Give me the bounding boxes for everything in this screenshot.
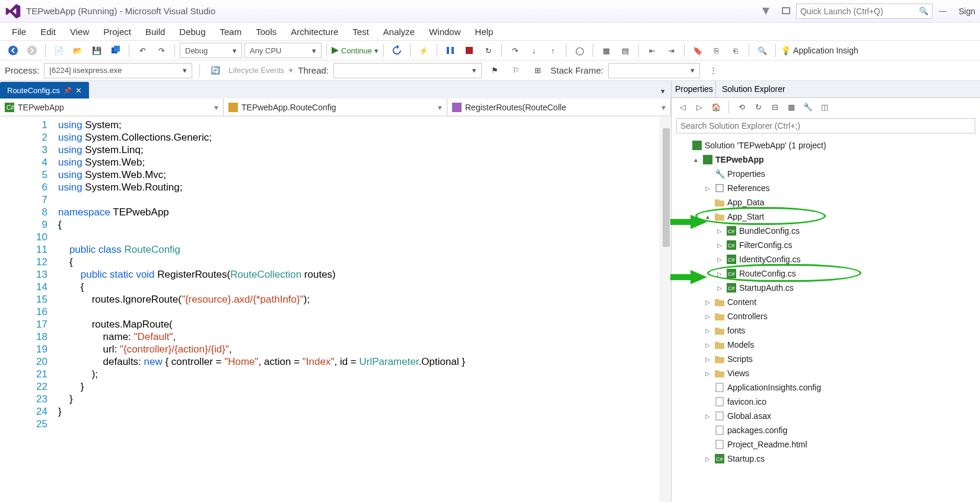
indent-inc-icon[interactable]: ⇥ [663,43,679,58]
step-out-icon[interactable]: ↑ [545,43,561,58]
expander-icon[interactable]: ▷ [704,370,712,377]
expander-icon[interactable]: ▷ [715,242,724,249]
tree-item-models[interactable]: ▷Models [675,338,976,352]
close-tab-icon[interactable]: ✕ [75,86,82,95]
tree-item-identityconfig-cs[interactable]: ▷C#IdentityConfig.cs [675,252,976,266]
cycle-icon[interactable]: 🔄 [207,63,224,78]
redo-icon[interactable]: ↷ [153,43,170,58]
tree-item-favicon-ico[interactable]: favicon.ico [675,395,976,409]
open-folder-icon[interactable]: 📂 [69,43,86,58]
menu-build[interactable]: Build [138,24,172,39]
expander-icon[interactable]: ▷ [704,356,712,363]
solution-tree[interactable]: Solution 'TEPwebApp' (1 project)▲TEPwebA… [672,136,980,502]
minimize-icon[interactable]: — [935,4,950,19]
menu-team[interactable]: Team [213,24,249,39]
tree-item-app-data[interactable]: App_Data [675,195,976,209]
sign-in-link[interactable]: Sign [959,7,975,16]
tree-item-startup-cs[interactable]: ▷C#Startup.cs [675,452,976,466]
tree-item-controllers[interactable]: ▷Controllers [675,309,976,323]
pin-icon[interactable]: 📌 [63,87,72,94]
collapse-icon[interactable]: ⊟ [768,100,781,113]
menu-debug[interactable]: Debug [172,24,212,39]
tree-item-views[interactable]: ▷Views [675,366,976,380]
notifications-icon[interactable] [758,4,774,19]
solution-search-input[interactable] [680,121,971,131]
layout1-icon[interactable]: ▦ [598,43,615,58]
tree-item-routeconfig-cs[interactable]: ▷C#RouteConfig.cs [675,266,976,281]
expander-icon[interactable]: ▲ [704,214,712,220]
menu-tools[interactable]: Tools [249,24,284,39]
continue-button[interactable]: Continue ▾ [332,46,378,55]
properties-icon[interactable]: 🔧 [801,100,814,113]
expander-icon[interactable]: ▷ [704,299,712,306]
tab-solution-explorer[interactable]: Solution Explorer [716,81,980,97]
tree-item-startupauth-cs[interactable]: ▷C#StartupAuth.cs [675,281,976,295]
quick-launch-input[interactable] [800,7,915,16]
expander-icon[interactable]: ▷ [704,185,712,192]
quick-launch[interactable]: 🔍 [796,4,933,19]
scrollbar[interactable] [659,116,671,502]
sync-icon[interactable]: ⟲ [735,100,748,113]
method-crumb[interactable]: RegisterRoutes(RouteColle▾ [447,99,671,116]
tree-item-project-readme-html[interactable]: Project_Readme.html [675,437,976,452]
tree-item-global-asax[interactable]: ▷Global.asax [675,409,976,423]
restart2-icon[interactable]: ↻ [480,43,497,58]
project-node[interactable]: ▲TEPwebApp [675,152,976,167]
menu-file[interactable]: File [5,24,33,39]
uncomment-icon[interactable]: ⎗ [727,43,744,58]
restart-icon[interactable] [389,43,405,58]
filter1-icon[interactable]: ⚑ [486,63,503,78]
expander-icon[interactable]: ▷ [704,456,712,462]
filter3-icon[interactable]: ⊞ [529,63,546,78]
class-crumb[interactable]: TEPwebApp.RouteConfig▾ [224,99,447,116]
menu-view[interactable]: View [63,24,96,39]
nav-fwd-button[interactable] [24,43,40,58]
undo-icon[interactable]: ↶ [134,43,151,58]
find-icon[interactable]: 🔍 [754,43,771,58]
menu-architecture[interactable]: Architecture [284,24,345,39]
bookmark-icon[interactable]: 🔖 [689,43,706,58]
tree-item-fonts[interactable]: ▷fonts [675,323,976,338]
tree-item-bundleconfig-cs[interactable]: ▷C#BundleConfig.cs [675,224,976,238]
menu-project[interactable]: Project [96,24,138,39]
step-icon[interactable]: ⚡ [415,43,432,58]
layout2-icon[interactable]: ▤ [617,43,634,58]
menu-help[interactable]: Help [468,24,501,39]
filter2-icon[interactable]: ⚐ [508,63,524,78]
code-area[interactable]: using System;using System.Collections.Ge… [53,116,671,502]
stackframe-dropdown[interactable]: ▾ [608,63,700,78]
menu-analyze[interactable]: Analyze [376,24,422,39]
menu-edit[interactable]: Edit [33,24,63,39]
tree-item-properties[interactable]: 🔧Properties [675,167,976,181]
expander-icon[interactable]: ▷ [715,228,724,234]
expander-icon[interactable]: ▷ [704,413,712,420]
save-icon[interactable]: 💾 [88,43,105,58]
stop-icon[interactable] [461,43,478,58]
tab-properties[interactable]: Properties [672,81,716,97]
tree-item-references[interactable]: ▷References [675,181,976,195]
expander-icon[interactable]: ▷ [704,328,712,334]
back-icon[interactable]: ◁ [676,100,689,113]
tree-item-filterconfig-cs[interactable]: ▷C#FilterConfig.cs [675,238,976,252]
namespace-crumb[interactable]: C# TEPwebApp▾ [0,99,224,116]
home-icon[interactable]: 🏠 [709,100,723,113]
solution-search[interactable] [676,118,975,134]
step-into-icon[interactable]: ↓ [526,43,542,58]
feedback-icon[interactable] [778,4,794,19]
menu-test[interactable]: Test [345,24,376,39]
solution-node[interactable]: Solution 'TEPwebApp' (1 project) [675,138,976,152]
thread-dropdown[interactable]: ▾ [333,63,482,78]
expander-icon[interactable]: ▷ [704,313,712,320]
indent-dec-icon[interactable]: ⇤ [644,43,660,58]
tree-item-applicationinsights-config[interactable]: ApplicationInsights.config [675,380,976,395]
config-dropdown[interactable]: Debug▾ [180,43,242,58]
platform-dropdown[interactable]: Any CPU▾ [244,43,322,58]
app-insights-button[interactable]: 💡Application Insigh [781,46,858,55]
tab-routeconfig[interactable]: RouteConfig.cs 📌 ✕ [0,82,89,99]
step-over-icon[interactable]: ↷ [507,43,523,58]
refresh-icon[interactable]: ↻ [752,100,765,113]
tree-item-scripts[interactable]: ▷Scripts [675,352,976,366]
expander-icon[interactable]: ▷ [715,285,724,291]
showall-icon[interactable]: ▦ [785,100,798,113]
process-dropdown[interactable]: [6224] iisexpress.exe▾ [44,63,192,78]
